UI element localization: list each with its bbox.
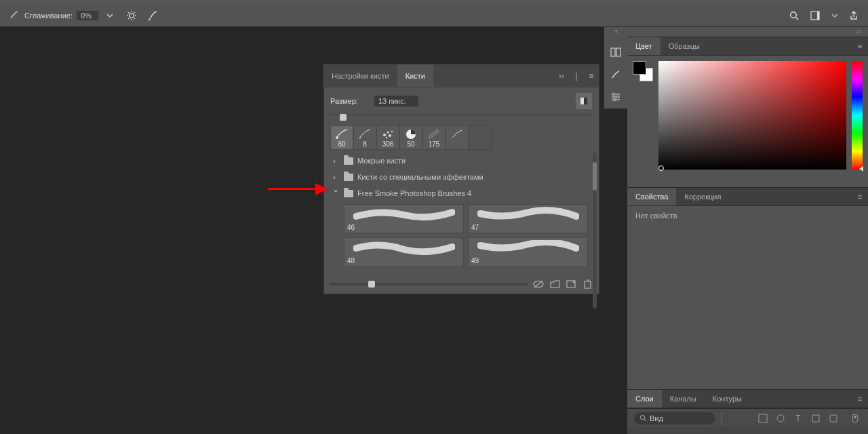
brush-preset-item[interactable]: 80 bbox=[330, 125, 353, 150]
brush-preview-toggle-icon[interactable] bbox=[532, 279, 545, 290]
brush-folder-items: 46 47 48 49 bbox=[330, 201, 592, 272]
tool-preset-icon[interactable] bbox=[7, 8, 22, 23]
brush-panel-tabs: Настройки кисти Кисти ›› | ≡ bbox=[323, 64, 599, 87]
mini-dock: ‹‹ bbox=[604, 27, 627, 42]
svg-line-5 bbox=[128, 12, 130, 14]
symmetry-icon[interactable] bbox=[146, 8, 161, 23]
brush-panel-bottom bbox=[323, 276, 599, 294]
properties-body: Нет свойств bbox=[627, 206, 868, 389]
smoothing-dropdown-icon[interactable] bbox=[102, 8, 117, 23]
svg-point-19 bbox=[612, 94, 615, 96]
hue-slider-thumb-icon[interactable] bbox=[859, 166, 863, 172]
brush-preset-item[interactable]: 50 bbox=[399, 125, 422, 150]
brush-thumbnail[interactable]: 48 bbox=[344, 237, 464, 267]
adjustments-tool-icon[interactable] bbox=[606, 89, 625, 106]
color-picker-cursor-icon bbox=[658, 165, 664, 171]
mini-dock-tools bbox=[604, 41, 627, 108]
brush-thumbnail[interactable]: 49 bbox=[468, 237, 588, 267]
svg-point-25 bbox=[777, 415, 784, 422]
filter-toggle-icon[interactable] bbox=[849, 412, 861, 425]
smoothing-settings-icon[interactable] bbox=[124, 8, 139, 23]
brush-thumbnail[interactable]: 46 bbox=[344, 204, 464, 233]
svg-line-6 bbox=[134, 18, 135, 20]
filter-smart-icon[interactable] bbox=[827, 412, 840, 425]
svg-point-21 bbox=[613, 99, 616, 102]
filter-adjustment-icon[interactable] bbox=[774, 412, 787, 425]
brush-preset-label: 306 bbox=[382, 140, 394, 148]
hue-slider[interactable] bbox=[852, 61, 863, 170]
brush-tool-icon[interactable] bbox=[606, 66, 625, 83]
brush-preset-item[interactable]: 306 bbox=[376, 125, 399, 150]
collapse-panels-icon[interactable]: ›› bbox=[627, 27, 868, 37]
brush-preset-item[interactable]: 175 bbox=[422, 125, 446, 150]
chevron-down-icon: › bbox=[332, 190, 340, 197]
callout-arrow bbox=[268, 182, 330, 195]
brush-thumbnail[interactable]: 47 bbox=[468, 204, 588, 233]
svg-line-11 bbox=[796, 18, 799, 20]
svg-point-36 bbox=[386, 136, 387, 138]
brush-preset-label: 50 bbox=[407, 140, 414, 148]
color-field[interactable] bbox=[658, 61, 846, 170]
svg-point-34 bbox=[389, 134, 391, 137]
foreground-color-swatch[interactable] bbox=[633, 61, 646, 75]
brush-size-slider[interactable] bbox=[330, 115, 592, 119]
svg-line-38 bbox=[429, 130, 439, 138]
layers-panel-menu-icon[interactable]: ≡ bbox=[852, 390, 868, 408]
tab-brush-settings[interactable]: Настройки кисти bbox=[323, 64, 397, 87]
tab-paths[interactable]: Контуры bbox=[705, 390, 750, 408]
tab-color[interactable]: Цвет bbox=[627, 37, 660, 55]
svg-line-39 bbox=[429, 132, 439, 139]
options-bar: Сглаживание: 0% bbox=[0, 5, 868, 27]
brush-thumb-size-slider[interactable] bbox=[329, 283, 528, 285]
history-tool-icon[interactable] bbox=[606, 43, 625, 60]
brush-folder-header[interactable]: › Мокрые кисти bbox=[330, 153, 592, 169]
filter-dropdown-icon[interactable] bbox=[721, 412, 729, 425]
brush-preset-label: 80 bbox=[338, 140, 345, 148]
slider-thumb-icon[interactable] bbox=[340, 114, 347, 121]
tab-adjustments[interactable]: Коррекция bbox=[676, 188, 729, 205]
folder-open-icon bbox=[344, 190, 353, 197]
brush-thumb-label: 46 bbox=[347, 222, 460, 231]
brush-thumb-label: 48 bbox=[347, 256, 460, 264]
layers-filter-row: Вид T bbox=[627, 408, 868, 427]
svg-rect-15 bbox=[616, 48, 620, 56]
share-icon[interactable] bbox=[846, 8, 861, 23]
brush-size-value[interactable]: 13 пикс. bbox=[374, 96, 418, 106]
properties-panel-menu-icon[interactable]: ≡ bbox=[852, 188, 868, 205]
scrollbar-thumb[interactable] bbox=[593, 162, 597, 191]
filter-shape-icon[interactable] bbox=[810, 412, 822, 425]
brush-folder-header[interactable]: › Free Smoke Photoshop Brushes 4 bbox=[330, 185, 592, 201]
brush-preset-item[interactable] bbox=[446, 125, 469, 150]
brush-folder-new-icon[interactable] bbox=[549, 279, 561, 290]
tab-channels[interactable]: Каналы bbox=[662, 390, 705, 408]
filter-type-icon[interactable]: T bbox=[792, 412, 804, 425]
tab-properties[interactable]: Свойства bbox=[627, 188, 676, 205]
workspace-switcher-icon[interactable] bbox=[810, 8, 825, 23]
slider-thumb-icon[interactable] bbox=[368, 281, 375, 288]
brush-preset-strip: 80 8 306 50 175 bbox=[330, 125, 592, 150]
collapse-dock-icon[interactable]: ‹‹ bbox=[604, 27, 627, 37]
brush-panel-collapse-icon[interactable]: ›› bbox=[554, 64, 569, 87]
svg-point-29 bbox=[854, 416, 856, 418]
brush-size-label: Размер: bbox=[330, 97, 358, 105]
color-panel-menu-icon[interactable]: ≡ bbox=[852, 37, 868, 55]
brush-preset-item[interactable]: 8 bbox=[353, 125, 376, 150]
brush-folder-name: Мокрые кисти bbox=[357, 157, 406, 165]
search-right-icon[interactable] bbox=[787, 8, 802, 23]
brush-folder-name: Free Smoke Photoshop Brushes 4 bbox=[357, 189, 471, 197]
fgbg-swatch[interactable] bbox=[633, 61, 653, 81]
smoothing-label: Сглаживание: bbox=[24, 12, 73, 20]
brush-flip-toggle[interactable] bbox=[576, 93, 592, 109]
brush-panel-scrollbar[interactable] bbox=[593, 153, 597, 309]
brush-new-icon[interactable] bbox=[565, 279, 577, 290]
brush-delete-icon[interactable] bbox=[581, 279, 593, 290]
layers-filter-type[interactable]: Вид bbox=[634, 412, 715, 425]
tab-brushes[interactable]: Кисти bbox=[397, 64, 433, 87]
workspace-dropdown-icon[interactable] bbox=[827, 8, 842, 23]
filter-pixel-icon[interactable] bbox=[757, 412, 769, 425]
tab-swatches[interactable]: Образцы bbox=[660, 37, 708, 55]
tab-layers[interactable]: Слои bbox=[627, 390, 662, 408]
smoothing-value[interactable]: 0% bbox=[77, 11, 98, 20]
brush-folder-header[interactable]: › Кисти со специальными эффектами bbox=[330, 169, 592, 185]
brush-panel-menu-icon[interactable]: ≡ bbox=[584, 64, 599, 87]
